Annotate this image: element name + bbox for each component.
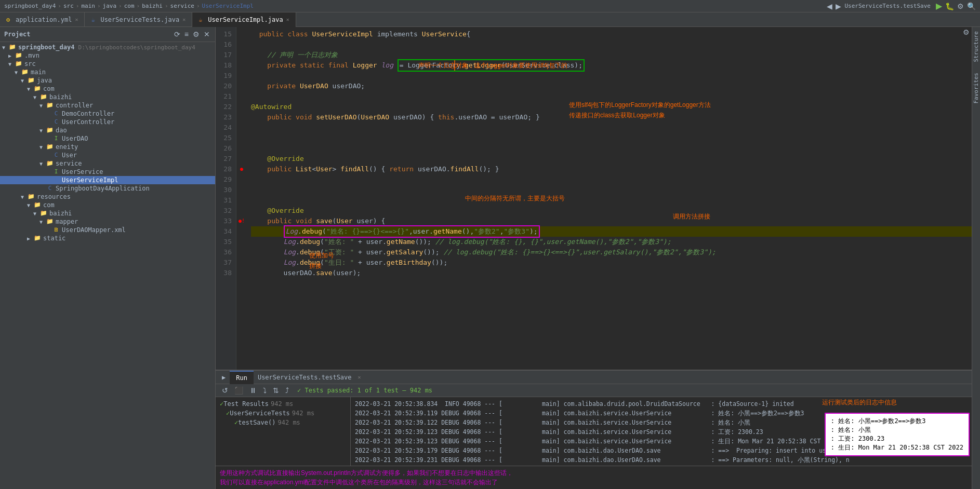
test-results-label: Test Results	[223, 400, 269, 408]
code-line-30	[251, 185, 976, 195]
tree-item-src[interactable]: ▼ 📁 src	[0, 60, 215, 68]
tree-label: UserDAOMapper.xml	[62, 226, 126, 234]
tab-user-service-impl[interactable]: ☕ UserServiceImpl.java ✕	[192, 12, 296, 27]
tree-item-baizhi-res[interactable]: ▼ 📁 baizhi	[0, 209, 215, 218]
tree-item-user[interactable]: ▶ C User	[0, 151, 215, 159]
tab-run[interactable]: Run	[230, 371, 254, 384]
tree-arrow: ▼	[21, 194, 27, 200]
tree-item-mvn[interactable]: ▶ 📁 .mvn	[0, 51, 215, 60]
code-editor[interactable]: 15 16 17 18 19 20 21 22 23 24 25 26 27 2…	[216, 27, 980, 370]
tree-arrow: ▼	[2, 45, 8, 50]
test-suite-item[interactable]: ✓ UserServiceTests 942 ms	[218, 409, 348, 418]
structure-tab[interactable]: Structure	[973, 31, 979, 62]
search-button[interactable]: 🔍	[967, 2, 976, 10]
tree-item-static[interactable]: ▶ 📁 static	[0, 234, 215, 242]
tree-arrow: ▼	[8, 61, 15, 67]
tree-item-root[interactable]: ▼ 📁 springboot_day4 D:\springbootcodes\s…	[0, 43, 215, 51]
favorites-tab[interactable]: Favorites	[973, 73, 979, 104]
tree-item-userdao[interactable]: ▶ I UserDAO	[0, 134, 215, 143]
tree-item-democontroller[interactable]: ▶ C DemoController	[0, 110, 215, 118]
tab-label: UserServiceTests.java	[100, 16, 179, 23]
tab-close-impl[interactable]: ✕	[286, 17, 289, 22]
tree-item-userdaomapper[interactable]: ▶ 🗎 UserDAOMapper.xml	[0, 226, 215, 234]
tab-user-service-tests[interactable]: ☕ UserServiceTests.java ✕	[85, 12, 192, 27]
breadcrumb-part[interactable]: com	[124, 3, 135, 9]
tree-item-userserviceimpl[interactable]: ▶ C UserServiceImpl	[0, 176, 215, 184]
breadcrumb-part[interactable]: UserServiceImpl	[202, 3, 254, 9]
tree-label: baizhi	[49, 210, 72, 217]
sidebar-settings-button[interactable]: ⚙	[192, 29, 201, 39]
tree-item-dao[interactable]: ▼ 📁 dao	[0, 126, 215, 134]
tree-item-resources[interactable]: ▼ 📁 resources	[0, 193, 215, 201]
tree-item-com-res[interactable]: ▼ 📁 com	[0, 201, 215, 209]
test-results-header: ✓ Test Results 942 ms	[218, 399, 348, 409]
code-line-37: Log.debug("生日: " + user.getBirthday());	[251, 257, 976, 268]
breadcrumb-part[interactable]: src	[63, 3, 74, 9]
breadcrumb-part[interactable]: springboot_day4	[4, 3, 56, 9]
breadcrumb-part[interactable]: main	[81, 3, 95, 9]
test-method-item[interactable]: ✓ testSave() 942 ms	[218, 418, 348, 427]
tree-item-service[interactable]: ▼ 📁 service	[0, 159, 215, 168]
tree-item-controller[interactable]: ▼ 📁 controller	[0, 101, 215, 110]
build-button[interactable]: ⚙	[957, 2, 964, 10]
code-line-18: private static final Logger log = Logger…	[251, 60, 976, 71]
log-info-line-2: : 姓名: 小黑	[831, 426, 963, 434]
annotation-line-2: 我们可以直接在application.yml配置文件中调低这个类所在包的隔离级别…	[220, 478, 976, 487]
tab-label: UserServiceImpl.java	[208, 16, 283, 23]
sidebar-header: Project ⟳ ≡ ⚙ ✕	[0, 27, 215, 42]
run-tab-close[interactable]: ✕	[358, 374, 361, 380]
tree-item-baizhi[interactable]: ▼ 📁 baizhi	[0, 93, 215, 101]
rerun-button[interactable]: ↺	[220, 385, 230, 396]
step-over-button[interactable]: ⤵	[261, 385, 269, 396]
tree-item-com[interactable]: ▼ 📁 com	[0, 85, 215, 93]
folder-icon: 📁	[46, 218, 54, 225]
run-button[interactable]: ▶	[936, 1, 942, 11]
sidebar-collapse-button[interactable]: ≡	[183, 29, 190, 39]
tab-close-tests[interactable]: ✕	[182, 17, 186, 22]
tree-item-main[interactable]: ▼ 📁 main	[0, 68, 215, 76]
tree-item-usercontroller[interactable]: ▶ C UserController	[0, 118, 215, 126]
log-info-box: : 姓名: 小黑==>参数2==>参数3 : 姓名: 小黑 : 工资: 2300…	[825, 413, 970, 456]
folder-icon: 📁	[21, 69, 29, 76]
tree-label: resources	[37, 193, 71, 200]
tree-item-mapper[interactable]: ▼ 📁 mapper	[0, 218, 215, 226]
sort-button[interactable]: ⇅	[271, 385, 281, 396]
tree-item-eneity[interactable]: ▼ 📁 eneity	[0, 143, 215, 151]
sidebar-sync-button[interactable]: ⟳	[173, 29, 181, 39]
java-class-icon: C	[52, 176, 60, 184]
tab-application-yml[interactable]: ⚙ application.yml ✕	[0, 12, 85, 27]
nav-forward-button[interactable]: ▶	[836, 2, 841, 10]
breadcrumb-part[interactable]: baizhi	[142, 3, 163, 9]
project-icon: 📁	[8, 44, 17, 51]
tree-label: UserDAO	[62, 135, 88, 142]
tree-item-userservice[interactable]: ▶ I UserService	[0, 168, 215, 176]
export-button[interactable]: ⤴	[283, 385, 291, 396]
sidebar-title: Project	[4, 31, 31, 38]
test-suite-name: UserServiceTests	[230, 410, 290, 417]
nav-back-button[interactable]: ◀	[827, 2, 832, 10]
run-settings-button[interactable]: ⚙	[963, 28, 970, 36]
breadcrumb-part[interactable]: service	[170, 3, 194, 9]
sidebar-close-button[interactable]: ✕	[203, 29, 211, 39]
code-line-38: userDAO.save(user);	[251, 268, 976, 278]
tree-item-java[interactable]: ▼ 📁 java	[0, 76, 215, 85]
code-content[interactable]: public class UserServiceImpl implements …	[247, 27, 980, 370]
tree-arrow: ▼	[39, 219, 46, 225]
test-method-pass-icon: ✓	[234, 419, 238, 426]
log-line: 2022-03-21 20:52:39.231 DEBUG 49068 --- …	[355, 455, 976, 465]
stop-button[interactable]: ⬛	[232, 385, 245, 396]
line-numbers: 15 16 17 18 19 20 21 22 23 24 25 26 27 2…	[216, 27, 236, 370]
bottom-annotation-text: 使用这种方式调试比直接输出System.out.println方式调试方便得多，…	[216, 466, 980, 489]
breadcrumb-part[interactable]: java	[103, 3, 117, 9]
yml-icon: ⚙	[6, 16, 14, 23]
folder-icon: 📁	[46, 143, 54, 151]
debug-button[interactable]: 🐛	[945, 2, 954, 10]
tab-close-yml[interactable]: ✕	[75, 17, 78, 22]
main-layout: Project ⟳ ≡ ⚙ ✕ ▼ 📁 springboot_day4 D:\s…	[0, 27, 980, 489]
tree-arrow: ▼	[33, 94, 39, 100]
tree-label: UserController	[62, 118, 114, 126]
tree-arrow: ▼	[33, 211, 39, 216]
pause-button[interactable]: ⏸	[247, 385, 259, 396]
tree-item-springbootday4app[interactable]: ▶ C SpringbootDay4Application	[0, 184, 215, 193]
tree-label: service	[56, 160, 82, 167]
